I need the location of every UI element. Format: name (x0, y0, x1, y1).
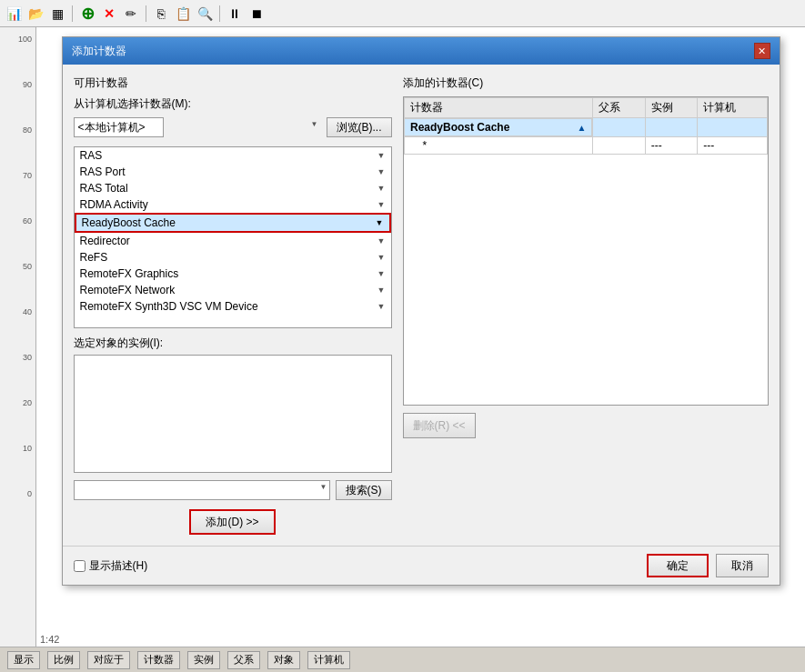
stop-toolbar-btn[interactable]: ⏹ (247, 4, 267, 24)
rdma-expand-icon: ▼ (377, 200, 386, 209)
find-toolbar-btn[interactable]: 🔍 (195, 4, 215, 24)
chart-area: 1:42 添加计数器 ✕ 可用计数器 从计算机选择计数器(M): (36, 27, 805, 647)
properties-toolbar-btn[interactable]: ✏ (121, 4, 141, 24)
col-instance: 实例 (645, 98, 697, 118)
ras-port-expand-icon: ▼ (377, 167, 386, 176)
pause-toolbar-btn[interactable]: ⏸ (225, 4, 245, 24)
statusbar-computer: 计算机 (307, 651, 350, 669)
search-button[interactable]: 搜索(S) (336, 480, 392, 500)
counter-item-ras-total[interactable]: RAS Total ▼ (75, 180, 391, 196)
col-machine: 计算机 (698, 98, 767, 118)
search-row: 搜索(S) (74, 480, 392, 500)
sep3 (219, 5, 220, 22)
show-description-label: 显示描述(H) (89, 558, 148, 574)
paste-toolbar-btn[interactable]: 📋 (173, 4, 193, 24)
counter-item-ras[interactable]: RAS ▼ (75, 147, 391, 164)
table-row[interactable]: * --- --- (404, 137, 767, 155)
col-parent: 父系 (593, 98, 645, 118)
counter-name-cell: ReadyBoost Cache ▲ (404, 118, 592, 136)
counter-item-remotefx-synth3d[interactable]: RemoteFX Synth3D VSC VM Device ▼ (75, 298, 391, 315)
dialog-titlebar: 添加计数器 ✕ (63, 37, 780, 65)
ruler-mark-100: 100 (18, 35, 32, 44)
readyboost-expand-icon: ▼ (376, 218, 384, 227)
counter-item-rdma[interactable]: RDMA Activity ▼ (75, 196, 391, 213)
machine-select-wrapper: <本地计算机> (74, 117, 321, 137)
sep1 (72, 5, 73, 22)
counter-item-redirector[interactable]: Redirector ▼ (75, 233, 391, 249)
machine-row: <本地计算机> 浏览(B)... (74, 117, 392, 137)
show-description-row: 显示描述(H) (74, 558, 639, 574)
added-counters-label: 添加的计数器(C) (403, 75, 769, 91)
table-row[interactable]: ReadyBoost Cache ▲ (404, 118, 767, 137)
counter-list-container[interactable]: RAS ▼ RAS Port ▼ RAS Total ▼ (74, 146, 392, 328)
dialog-content: 可用计数器 从计算机选择计数器(M): <本地计算机> 浏览(B)... (63, 65, 780, 546)
row-expand-icon: ▲ (577, 123, 586, 133)
added-counters-table-container[interactable]: 计数器 父系 实例 计算机 ReadyBoost (403, 96, 769, 406)
remove-button[interactable]: 删除(R) << (403, 413, 476, 438)
instance-sub-cell: --- (645, 137, 697, 155)
counter-item-refs[interactable]: ReFS ▼ (75, 249, 391, 266)
statusbar-instance: 实例 (187, 651, 220, 669)
ruler-mark-70: 70 (23, 171, 32, 180)
col-counter: 计数器 (404, 98, 593, 118)
remotefx-synth3d-expand-icon: ▼ (377, 302, 386, 311)
parent-cell (593, 118, 645, 137)
refs-expand-icon: ▼ (377, 253, 386, 262)
dialog-overlay: 添加计数器 ✕ 可用计数器 从计算机选择计数器(M): (36, 27, 805, 647)
machine-select[interactable]: <本地计算机> (74, 117, 164, 137)
remotefx-network-expand-icon: ▼ (377, 286, 386, 295)
ruler-mark-40: 40 (23, 307, 32, 316)
statusbar: 显示 比例 对应于 计数器 实例 父系 对象 计算机 (0, 647, 805, 672)
ruler-mark-80: 80 (23, 125, 32, 135)
copy-toolbar-btn[interactable]: ⎘ (151, 4, 171, 24)
main-area: 100 90 80 70 60 50 40 30 20 10 0 1:42 添加… (0, 27, 805, 647)
ruler-left: 100 90 80 70 60 50 40 30 20 10 0 (0, 27, 36, 647)
search-input-wrap (74, 480, 330, 500)
ruler-mark-30: 30 (23, 353, 32, 362)
counter-item-ras-port[interactable]: RAS Port ▼ (75, 164, 391, 180)
ruler-mark-20: 20 (23, 398, 32, 407)
cancel-button[interactable]: 取消 (716, 554, 769, 577)
instance-container (74, 355, 392, 473)
statusbar-scale: 比例 (47, 651, 80, 669)
remotefx-graphics-expand-icon: ▼ (377, 269, 386, 278)
ras-expand-icon: ▼ (377, 151, 386, 160)
machine-sub-cell: --- (698, 137, 767, 155)
counter-sub-cell: * (404, 137, 593, 155)
search-input[interactable] (74, 480, 330, 500)
ruler-mark-90: 90 (23, 80, 32, 89)
right-panel: 添加的计数器(C) 计数器 父系 实例 计算机 (403, 75, 769, 535)
dialog-footer: 显示描述(H) 确定 取消 (63, 546, 780, 585)
statusbar-object: 对象 (267, 651, 300, 669)
show-description-checkbox[interactable] (74, 560, 86, 572)
sep2 (146, 5, 146, 22)
statusbar-display: 显示 (7, 651, 40, 669)
dialog-close-button[interactable]: ✕ (754, 43, 770, 59)
add-counter-toolbar-btn[interactable]: ⊕ (77, 4, 97, 24)
counter-item-remotefx-network[interactable]: RemoteFX Network ▼ (75, 282, 391, 298)
add-button[interactable]: 添加(D) >> (189, 509, 275, 535)
statusbar-parent: 父系 (227, 651, 260, 669)
ruler-mark-60: 60 (23, 216, 32, 226)
instance-cell (645, 118, 697, 137)
new-counter-set-btn[interactable]: 📊 (4, 4, 24, 24)
delete-toolbar-btn[interactable]: ✕ (99, 4, 119, 24)
machine-select-label: 从计算机选择计数器(M): (74, 96, 392, 112)
ok-button[interactable]: 确定 (647, 554, 709, 577)
available-counters-label: 可用计数器 (74, 75, 392, 91)
statusbar-duration: 对应于 (87, 651, 130, 669)
open-btn[interactable]: 📂 (25, 4, 45, 24)
ruler-mark-0: 0 (27, 489, 32, 498)
statusbar-counter: 计数器 (137, 651, 180, 669)
toolbar: 📊 📂 ▦ ⊕ ✕ ✏ ⎘ 📋 🔍 ⏸ ⏹ (0, 0, 805, 27)
view-toggle-btn[interactable]: ▦ (47, 4, 67, 24)
counter-item-remotefx-graphics[interactable]: RemoteFX Graphics ▼ (75, 266, 391, 282)
add-counter-dialog: 添加计数器 ✕ 可用计数器 从计算机选择计数器(M): (62, 36, 780, 586)
browse-button[interactable]: 浏览(B)... (327, 117, 392, 137)
counter-item-readyboost[interactable]: ReadyBoost Cache ▼ (75, 213, 391, 233)
added-counters-table: 计数器 父系 实例 计算机 ReadyBoost (404, 97, 768, 155)
ras-total-expand-icon: ▼ (377, 184, 386, 193)
parent-sub-cell (593, 137, 645, 155)
left-panel: 可用计数器 从计算机选择计数器(M): <本地计算机> 浏览(B)... (74, 75, 392, 535)
table-header-row: 计数器 父系 实例 计算机 (404, 98, 767, 118)
